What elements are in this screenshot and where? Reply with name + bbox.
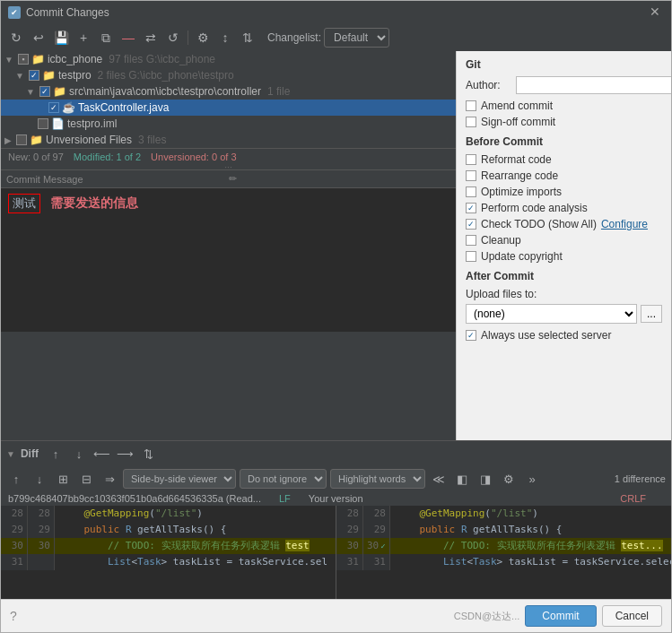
move-button[interactable]: ⇄ — [141, 28, 161, 48]
diff-linenum-r28: 28 — [336, 506, 363, 522]
rearrange-checkbox[interactable] — [466, 170, 476, 181]
checktodo-row: ✓ Check TODO (Show All) Configure — [466, 218, 662, 230]
diff-sync-button[interactable]: ⇅ — [139, 444, 159, 464]
amend-checkbox[interactable] — [466, 100, 476, 111]
diff-file-row: b799c468407bb9cc10363f051b0a6d664536335a… — [1, 491, 671, 506]
perform-checkbox[interactable]: ✓ — [466, 203, 476, 213]
diff-rcode-30: // TODO: 实现获取所有任务列表逻辑 test... — [390, 538, 671, 554]
configure-link[interactable]: Configure — [601, 218, 648, 230]
diff-columns: 28 28 @GetMapping("/list") 29 29 public … — [1, 506, 671, 599]
diff-merge-right[interactable]: ◨ — [476, 469, 495, 489]
expand-arrow-src: ▼ — [26, 87, 35, 97]
author-field-row: Author: — [466, 76, 662, 94]
browse-button[interactable]: ... — [641, 305, 662, 323]
diff-up-btn[interactable]: ↑ — [6, 469, 26, 489]
left-panel: ▼ ▪ 📁 icbc_phone 97 files G:\icbc_phone … — [1, 51, 457, 440]
diff-collapse-btn[interactable]: ⊟ — [76, 469, 96, 489]
diff-arrow-left[interactable]: ≪ — [429, 469, 449, 489]
watermark-text: CSDN@达达... — [454, 610, 520, 623]
save-button[interactable]: 💾 — [51, 28, 71, 48]
main-area: ▼ ▪ 📁 icbc_phone 97 files G:\icbc_phone … — [1, 51, 671, 440]
checkbox-icbc-phone[interactable]: ▪ — [18, 54, 29, 65]
optimize-label: Optimize imports — [481, 186, 562, 198]
checkbox-src[interactable]: ✓ — [39, 86, 50, 97]
updatecopyright-row: Update copyright — [466, 250, 662, 263]
reformat-checkbox[interactable] — [466, 154, 476, 165]
diff-right-line-31: 31 31 List<Task> taskList = taskService.… — [336, 554, 671, 570]
diff-linenum-r31b: 31 — [363, 554, 390, 570]
cleanup-row: Cleanup — [466, 234, 662, 247]
help-icon[interactable]: ? — [10, 609, 17, 623]
diff-toolbar: ↑ ↓ ⊞ ⊟ ⇒ Side-by-side viewer Do not ign… — [1, 466, 671, 491]
diff-settings-btn[interactable]: ⚙ — [499, 469, 519, 489]
diff-code: @GetMapping("/list") — [55, 506, 336, 522]
viewer-select[interactable]: Side-by-side viewer — [123, 469, 236, 489]
checktodo-checkbox[interactable]: ✓ — [466, 219, 476, 230]
checkbox-task[interactable]: ✓ — [48, 102, 59, 113]
diff-left-col: 28 28 @GetMapping("/list") 29 29 public … — [1, 506, 336, 599]
add-button[interactable]: + — [74, 28, 93, 48]
diff-right-eol: CRLF — [620, 493, 646, 504]
file-tree: ▼ ▪ 📁 icbc_phone 97 files G:\icbc_phone … — [1, 51, 456, 148]
tree-item-testpro[interactable]: ▼ ✓ 📁 testpro 2 files G:\icbc_phone\test… — [1, 67, 456, 83]
tree-item-icbc-phone[interactable]: ▼ ▪ 📁 icbc_phone 97 files G:\icbc_phone — [1, 51, 456, 67]
diff-arrow-right[interactable]: » — [522, 469, 542, 489]
highlight-select[interactable]: Highlight words — [330, 469, 425, 489]
diff-merge-left[interactable]: ◧ — [452, 469, 472, 489]
edit-icon[interactable]: ✏ — [229, 173, 451, 185]
signoff-checkbox[interactable] — [466, 117, 476, 127]
amend-commit-row: Amend commit — [466, 100, 662, 112]
tree-item-task-controller[interactable]: ▶ ✓ ☕ TaskController.java — [1, 100, 456, 116]
always-use-row: ✓ Always use selected server — [466, 329, 662, 342]
tree-item-src-main[interactable]: ▼ ✓ 📁 src\main\java\com\icbc\testpro\con… — [1, 83, 456, 100]
undo-button[interactable]: ↩ — [29, 28, 48, 48]
commit-button[interactable]: Commit — [525, 605, 596, 627]
refresh-button[interactable]: ↻ — [6, 28, 26, 48]
updatecopyright-checkbox[interactable] — [466, 251, 476, 262]
optimize-checkbox[interactable] — [466, 186, 476, 197]
tree-item-unversioned[interactable]: ▶ 📁 Unversioned Files 3 files — [1, 132, 456, 148]
commit-message-header: Commit Message ✏ — [1, 170, 456, 188]
filter-button[interactable]: ⇅ — [238, 28, 257, 48]
checkbox-testpro[interactable]: ✓ — [29, 70, 39, 81]
folder-icon-src: 📁 — [53, 85, 66, 98]
diff-collapse-arrow[interactable]: ▼ — [6, 449, 15, 459]
diff-expand-btn[interactable]: ⊞ — [53, 469, 73, 489]
commit-message-area: Commit Message ✏ 测试 需要发送的信息 — [1, 169, 456, 440]
upload-select[interactable]: (none) — [466, 304, 637, 324]
always-use-label: Always use selected server — [481, 329, 611, 342]
title-bar: ✔ Commit Changes ✕ — [1, 1, 671, 24]
main-window: ✔ Commit Changes ✕ ↻ ↩ 💾 + ⧉ — ⇄ ↺ ⚙ ↕ ⇅… — [0, 0, 672, 633]
remove-button[interactable]: — — [118, 28, 138, 48]
diff-code-31: List<Task> taskList = taskService.sel — [55, 554, 336, 570]
diff-left-button[interactable]: ⟵ — [92, 444, 112, 464]
diff-linenum-r29: 29 — [336, 522, 363, 538]
revert-button[interactable]: ↺ — [163, 28, 183, 48]
changelist-select[interactable]: Default — [324, 28, 389, 48]
cancel-button[interactable]: Cancel — [602, 605, 662, 627]
status-new: New: 0 of 97 — [8, 152, 64, 162]
checkbox-iml[interactable] — [38, 118, 48, 129]
diff-linenum-30: 30 — [1, 538, 28, 554]
ignore-select[interactable]: Do not ignore — [240, 469, 327, 489]
tree-item-testpro-iml[interactable]: ▶ 📄 testpro.iml — [1, 116, 456, 132]
diff-header: ▼ Diff ↑ ↓ ⟵ ⟶ ⇅ — [1, 440, 671, 466]
diff-prev-button[interactable]: ↑ — [46, 444, 65, 464]
author-input[interactable] — [516, 76, 671, 94]
diff-linenum-30r: 30 — [28, 538, 55, 554]
cleanup-checkbox[interactable] — [466, 235, 476, 246]
settings-button[interactable]: ⚙ — [193, 28, 213, 48]
diff-transfer-btn[interactable]: ⇒ — [100, 469, 119, 489]
diff-down-btn[interactable]: ↓ — [30, 469, 49, 489]
copy-button[interactable]: ⧉ — [96, 28, 116, 48]
checkbox-unver[interactable] — [16, 134, 27, 145]
sort-button[interactable]: ↕ — [215, 28, 235, 48]
commit-message-input[interactable] — [1, 188, 456, 332]
close-button[interactable]: ✕ — [650, 5, 664, 20]
diff-rcode-29: public R getAllTasks() { — [390, 522, 671, 538]
always-use-checkbox[interactable]: ✓ — [466, 330, 476, 341]
folder-icon-unver: 📁 — [30, 134, 43, 146]
diff-next-button[interactable]: ↓ — [69, 444, 89, 464]
diff-left-line-30: 30 30 // TODO: 实现获取所有任务列表逻辑 test — [1, 538, 336, 554]
diff-right-button[interactable]: ⟶ — [116, 444, 135, 464]
